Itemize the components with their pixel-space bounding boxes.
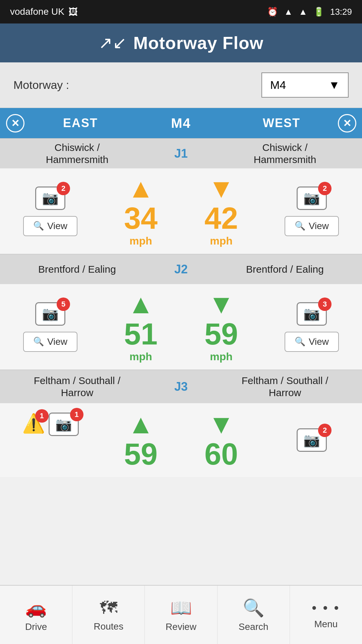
- west-close-button[interactable]: ✕: [332, 108, 362, 138]
- status-icons: ⏰ ▲ ▲ 🔋 13:29: [267, 7, 352, 17]
- notification-icon: 🖼: [68, 6, 78, 17]
- j2-east-speed-value: 51: [124, 319, 158, 349]
- j3-west-arrow-down-icon: ▼: [208, 411, 234, 438]
- j2-west-camera-badge[interactable]: 📷 3: [297, 302, 327, 326]
- content-area: ✕ EAST M4 WEST ✕ Chiswick /Hammersmith J…: [0, 108, 362, 644]
- j1-west-panel: 📷 2 🔍 View: [261, 168, 362, 254]
- j3-east-camera-badge[interactable]: 📷 1: [49, 413, 79, 436]
- j1-east-view-button[interactable]: 🔍 View: [23, 216, 77, 236]
- review-icon: 📖: [170, 598, 192, 618]
- nav-drive[interactable]: 🚗 Drive: [0, 586, 72, 644]
- j1-west-view-label: View: [309, 221, 329, 231]
- j1-west-speed-value: 42: [204, 203, 238, 233]
- alarm-icon: ⏰: [267, 7, 278, 17]
- menu-label: Menu: [314, 619, 338, 630]
- j1-west-zoom-icon: 🔍: [295, 221, 305, 231]
- west-direction-label: WEST: [231, 116, 332, 130]
- status-bar: vodafone UK 🖼 ⏰ ▲ ▲ 🔋 13:29: [0, 0, 362, 23]
- junction-j2-header: Brentford / Ealing J2 Brentford / Ealing: [0, 254, 362, 284]
- dropdown-chevron-icon: ▼: [328, 78, 340, 92]
- east-close-icon: ✕: [6, 114, 24, 132]
- j2-west-view-label: View: [309, 336, 329, 347]
- j3-east-camera-count: 1: [70, 408, 83, 421]
- j2-east-view-label: View: [47, 336, 67, 347]
- j2-east-camera-badge[interactable]: 📷 5: [35, 302, 65, 326]
- motorway-selected-value: M4: [270, 78, 286, 92]
- j1-right-location: Chiswick /Hammersmith: [208, 142, 362, 166]
- j1-east-camera-badge[interactable]: 📷 2: [35, 186, 65, 210]
- routes-label: Routes: [94, 621, 123, 632]
- j3-left-location: Feltham / Southall /Harrow: [0, 375, 154, 399]
- j2-west-arrow-down-icon: ▼: [208, 291, 234, 318]
- j2-speed-row: 📷 5 🔍 View ▲ 51 mph ▼ 59 mph 📷 3 🔍: [0, 284, 362, 370]
- j1-west-camera-badge[interactable]: 📷 2: [297, 186, 327, 210]
- nav-review[interactable]: 📖 Review: [145, 586, 217, 644]
- menu-icon: • • •: [312, 600, 340, 615]
- j2-east-view-button[interactable]: 🔍 View: [23, 332, 77, 352]
- j1-east-speed-unit: mph: [129, 235, 152, 247]
- drive-icon: 🚗: [25, 598, 47, 618]
- j2-west-zoom-icon: 🔍: [295, 336, 305, 347]
- j1-east-view-label: View: [47, 221, 67, 231]
- east-direction-label: EAST: [30, 116, 131, 130]
- app-header: ↗↙ Motorway Flow: [0, 23, 362, 62]
- app-icon: ↗↙: [99, 33, 127, 53]
- j3-speed-row: ⚠️ 1 📷 1 ▲ 59 ▼ 60 📷 2: [0, 403, 362, 477]
- j3-id: J3: [154, 380, 208, 394]
- j3-center-west-panel: ▼ 60: [181, 403, 261, 477]
- carrier-info: vodafone UK 🖼: [10, 6, 78, 17]
- j1-id: J1: [154, 147, 208, 161]
- j3-west-camera-badge[interactable]: 📷 2: [297, 428, 327, 452]
- j1-west-view-button[interactable]: 🔍 View: [285, 216, 339, 236]
- j2-right-location: Brentford / Ealing: [208, 263, 362, 275]
- app-title: Motorway Flow: [133, 33, 264, 53]
- j1-east-camera-count: 2: [57, 182, 70, 195]
- j1-east-zoom-icon: 🔍: [33, 221, 44, 231]
- j3-east-panel: ⚠️ 1 📷 1: [0, 403, 101, 477]
- j3-east-warning-badge[interactable]: ⚠️ 1: [22, 413, 45, 434]
- j2-west-camera-count: 3: [318, 298, 331, 311]
- j1-speed-row: 📷 2 🔍 View ▲ 34 mph ▼ 42 mph 📷 2 🔍: [0, 168, 362, 254]
- j1-east-panel: 📷 2 🔍 View: [0, 168, 101, 254]
- j1-west-speed-unit: mph: [210, 235, 233, 247]
- east-close-button[interactable]: ✕: [0, 108, 30, 138]
- search-label: Search: [239, 622, 268, 632]
- j1-left-location: Chiswick /Hammersmith: [0, 142, 154, 166]
- j2-west-panel: 📷 3 🔍 View: [261, 284, 362, 370]
- nav-search[interactable]: 🔍 Search: [218, 586, 290, 644]
- j3-west-panel: 📷 2: [261, 403, 362, 477]
- j1-west-camera-count: 2: [318, 182, 331, 195]
- nav-routes[interactable]: 🗺 Routes: [72, 586, 145, 644]
- nav-menu[interactable]: • • • Menu: [290, 586, 362, 644]
- j3-east-warning-count: 1: [35, 409, 49, 423]
- motorway-selector: Motorway : M4 ▼: [0, 62, 362, 108]
- bottom-navigation: 🚗 Drive 🗺 Routes 📖 Review 🔍 Search • • •…: [0, 585, 362, 644]
- j3-east-arrow-up-icon: ▲: [127, 411, 154, 438]
- j3-east-speed-value: 59: [124, 439, 158, 469]
- j1-center-panel: ▲ 34 mph: [101, 168, 181, 254]
- j3-center-east-panel: ▲ 59: [101, 403, 181, 477]
- wifi-icon: ▲: [284, 7, 293, 17]
- j2-center-east-panel: ▲ 51 mph: [101, 284, 181, 370]
- j2-east-panel: 📷 5 🔍 View: [0, 284, 101, 370]
- motorway-center-label: M4: [131, 116, 231, 131]
- j1-east-arrow-up-icon: ▲: [127, 175, 154, 202]
- j2-west-speed-unit: mph: [210, 351, 233, 363]
- j3-west-camera-count: 2: [318, 424, 331, 437]
- review-label: Review: [166, 622, 196, 632]
- west-close-icon: ✕: [338, 114, 356, 132]
- search-icon: 🔍: [243, 598, 264, 618]
- j2-id: J2: [154, 262, 208, 276]
- motorway-dropdown[interactable]: M4 ▼: [261, 72, 349, 98]
- j2-center-west-panel: ▼ 59 mph: [181, 284, 261, 370]
- j3-west-speed-value: 60: [204, 439, 238, 469]
- j2-east-arrow-up-icon: ▲: [127, 291, 154, 318]
- j2-west-view-button[interactable]: 🔍 View: [285, 332, 339, 352]
- j1-east-speed-value: 34: [124, 203, 158, 233]
- battery-icon: 🔋: [313, 7, 324, 17]
- carrier-name: vodafone UK: [10, 6, 64, 17]
- j2-west-speed-value: 59: [204, 319, 238, 349]
- drive-label: Drive: [25, 622, 47, 632]
- junction-j1-header: Chiswick /Hammersmith J1 Chiswick /Hamme…: [0, 138, 362, 168]
- j1-west-center-panel: ▼ 42 mph: [181, 168, 261, 254]
